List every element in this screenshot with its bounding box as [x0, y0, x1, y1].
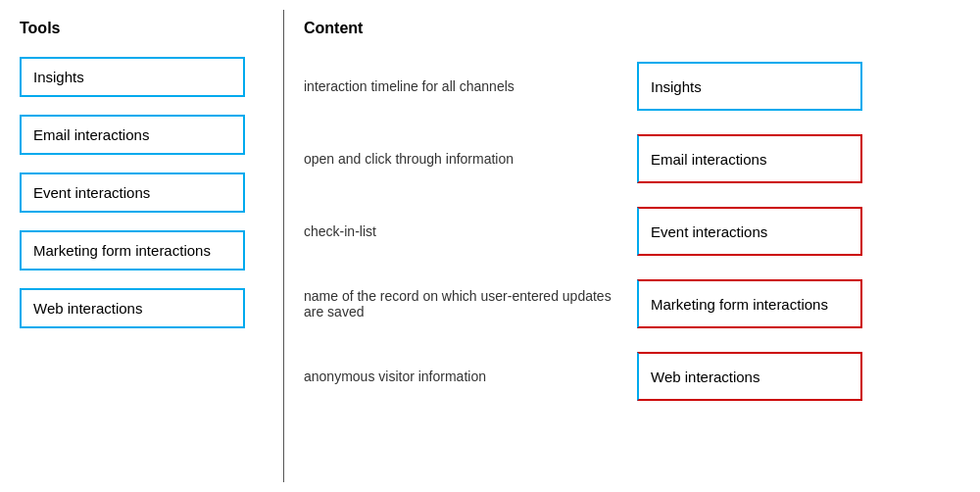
- content-label-insights[interactable]: Insights: [637, 62, 862, 111]
- content-description-web: anonymous visitor information: [304, 369, 637, 384]
- content-title: Content: [304, 20, 960, 37]
- main-container: Tools Insights Email interactions Event …: [0, 0, 980, 492]
- content-label-event[interactable]: Event interactions: [637, 207, 862, 256]
- content-row-marketing-form: name of the record on which user-entered…: [304, 274, 960, 333]
- tool-item-email-interactions[interactable]: Email interactions: [20, 115, 245, 155]
- content-row-email: open and click through information Email…: [304, 129, 960, 188]
- content-description-event: check-in-list: [304, 223, 637, 239]
- tool-item-event-interactions[interactable]: Event interactions: [20, 172, 245, 213]
- content-row-web: anonymous visitor information Web intera…: [304, 347, 960, 406]
- content-row-insights: interaction timeline for all channels In…: [304, 57, 960, 116]
- content-row-event: check-in-list Event interactions: [304, 202, 960, 261]
- tool-item-insights[interactable]: Insights: [20, 57, 245, 97]
- content-description-marketing-form: name of the record on which user-entered…: [304, 288, 637, 320]
- tool-item-web-interactions[interactable]: Web interactions: [20, 288, 245, 328]
- content-rows: interaction timeline for all channels In…: [304, 57, 960, 419]
- tool-item-marketing-form-interactions[interactable]: Marketing form interactions: [20, 230, 245, 271]
- content-description-insights: interaction timeline for all channels: [304, 78, 637, 94]
- tools-panel: Tools Insights Email interactions Event …: [0, 10, 284, 482]
- content-panel: Content interaction timeline for all cha…: [284, 10, 980, 482]
- content-description-email: open and click through information: [304, 151, 637, 167]
- content-label-web[interactable]: Web interactions: [637, 352, 862, 401]
- content-label-marketing-form[interactable]: Marketing form interactions: [637, 279, 862, 328]
- content-label-email[interactable]: Email interactions: [637, 134, 862, 183]
- tools-title: Tools: [20, 20, 264, 37]
